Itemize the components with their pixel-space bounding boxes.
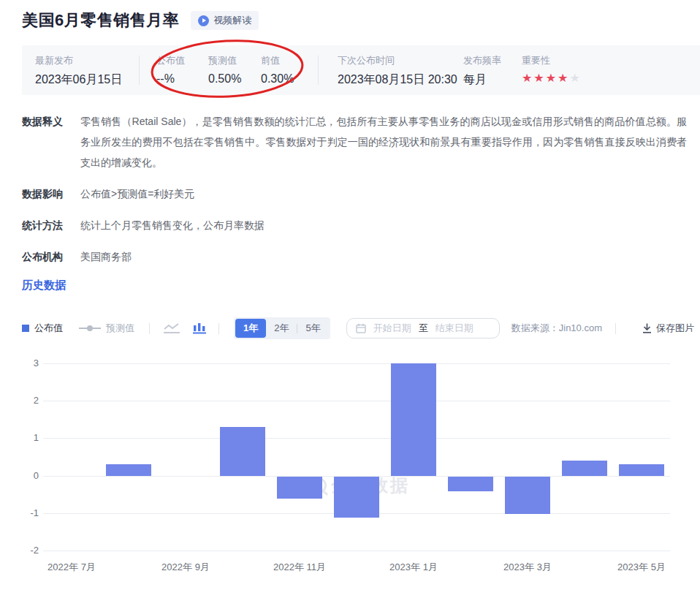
gridline-y-1	[43, 438, 670, 439]
gridline-y-3	[43, 363, 670, 364]
star-filled-icon: ★	[533, 72, 545, 84]
toolbar-divider	[218, 323, 219, 334]
legend-forecast[interactable]: 预测值	[79, 322, 134, 335]
x-axis-tick: 2022年 11月	[273, 561, 326, 574]
stat-label: 重要性	[522, 54, 582, 67]
stat-value: 2023年06月15日	[35, 72, 122, 88]
stat-previous: 前值 0.30%	[261, 54, 294, 86]
star-filled-icon: ★	[546, 72, 558, 84]
bar-2022年 10月[interactable]	[220, 427, 265, 476]
date-separator: 至	[419, 322, 428, 335]
range-button-group: 1年2年5年	[234, 317, 330, 339]
bar-2023年 5月[interactable]	[619, 464, 664, 475]
info-content: 公布值>预测值=利好美元	[80, 184, 687, 204]
y-axis-tick: 0	[15, 470, 39, 481]
line-chart-icon	[163, 322, 180, 334]
stat-published: 公布值 --%	[156, 54, 185, 86]
bar-2022年 11月[interactable]	[277, 477, 322, 499]
legend-forecast-label: 预测值	[106, 322, 134, 335]
bar-2023年 1月[interactable]	[391, 363, 436, 476]
stat-label: 发布频率	[463, 54, 501, 67]
y-axis-tick: -2	[15, 545, 39, 556]
stat-value: 0.50%	[208, 72, 241, 86]
range-button-2年[interactable]: 2年	[266, 319, 297, 338]
info-label: 数据影响	[22, 184, 80, 204]
bar-chart-icon	[192, 322, 207, 334]
y-axis-tick: 1	[15, 432, 39, 443]
page-title: 美国6月零售销售月率	[22, 10, 179, 31]
gridline-y-2	[43, 401, 670, 401]
end-date-placeholder: 结束日期	[435, 322, 473, 335]
page-root: { "colors": { "accent_blue": "#4a77e8", …	[0, 0, 700, 590]
stat-frequency: 发布频率 每月	[463, 54, 501, 88]
video-badge-label: 视频解读	[213, 14, 251, 27]
stat-value: 0.30%	[261, 72, 294, 86]
info-section: 数据释义 零售销售（Retail Sale），是零售销售数额的统计汇总，包括所有…	[22, 111, 687, 278]
plot-area[interactable]: 金十数据	[43, 363, 670, 551]
bar-2022年 12月[interactable]	[334, 477, 379, 518]
gridline-y--2	[43, 551, 670, 551]
x-axis-tick: 2023年 1月	[389, 561, 438, 574]
stat-value: --%	[156, 72, 185, 86]
range-button-5年[interactable]: 5年	[297, 319, 328, 338]
chart-toolbar: 公布值 预测值 1年2年5年 开始日期 至 结束日期 数据来源：Jin10.c	[22, 318, 694, 339]
info-content: 美国商务部	[80, 246, 687, 267]
info-content: 零售销售（Retail Sale），是零售销售数额的统计汇总，包括所有主要从事零…	[80, 111, 687, 173]
stats-divider	[318, 56, 319, 85]
legend-published-label: 公布值	[34, 322, 63, 335]
header: 美国6月零售销售月率 视频解读	[22, 10, 259, 31]
stat-forecast: 预测值 0.50%	[208, 54, 241, 86]
info-label: 公布机构	[22, 246, 80, 267]
calendar-icon	[356, 323, 366, 333]
bar-2023年 3月[interactable]	[505, 477, 550, 514]
stat-label: 公布值	[156, 54, 185, 67]
legend-published-swatch	[22, 325, 29, 332]
star-filled-icon: ★	[522, 72, 533, 84]
y-axis-tick: 3	[15, 358, 39, 368]
star-empty-icon: ★	[569, 72, 581, 84]
save-image-label: 保存图片	[656, 322, 694, 335]
toolbar-divider	[149, 323, 150, 334]
data-source-label: 数据来源：Jin10.com	[511, 322, 602, 335]
x-axis-tick: 2023年 3月	[503, 561, 552, 574]
info-row-definition: 数据释义 零售销售（Retail Sale），是零售销售数额的统计汇总，包括所有…	[22, 111, 687, 173]
toolbar-divider	[615, 323, 616, 334]
play-icon	[198, 15, 209, 26]
stats-bar: 最新发布 2023年06月15日 公布值 --% 预测值 0.50% 前值 0.…	[22, 45, 700, 95]
info-label: 数据释义	[22, 111, 80, 173]
bar-chart: 金十数据 3210-1-22022年 7月2022年 9月2022年 11月20…	[0, 344, 700, 590]
line-chart-toggle[interactable]	[163, 322, 180, 334]
y-axis-tick: -1	[15, 507, 39, 518]
stat-next-release: 下次公布时间 2023年08月15日 20:30	[338, 54, 457, 88]
legend-forecast-swatch	[79, 325, 101, 331]
info-row-method: 统计方法 统计上个月零售销售变化，公布月率数据	[22, 215, 687, 235]
info-row-impact: 数据影响 公布值>预测值=利好美元	[22, 184, 687, 204]
bar-2023年 2月[interactable]	[448, 477, 493, 491]
star-filled-icon: ★	[558, 72, 569, 84]
info-row-agency: 公布机构 美国商务部	[22, 246, 687, 267]
stat-value: 2023年08月15日 20:30	[338, 72, 457, 88]
legend-published[interactable]: 公布值	[22, 322, 63, 335]
stat-label: 最新发布	[35, 54, 122, 67]
video-explain-button[interactable]: 视频解读	[191, 11, 259, 30]
bar-2023年 4月[interactable]	[562, 461, 607, 475]
bar-chart-toggle[interactable]	[192, 322, 207, 334]
stat-label: 下次公布时间	[338, 54, 457, 67]
star-rating: ★★★★★	[522, 72, 582, 84]
save-image-button[interactable]: 保存图片	[642, 322, 694, 335]
info-label: 统计方法	[22, 215, 80, 235]
bar-2022年 8月[interactable]	[106, 464, 151, 475]
date-range-picker[interactable]: 开始日期 至 结束日期	[346, 318, 500, 339]
download-icon	[642, 323, 652, 333]
stat-importance: 重要性 ★★★★★	[522, 54, 582, 84]
info-content: 统计上个月零售销售变化，公布月率数据	[80, 215, 687, 235]
start-date-placeholder: 开始日期	[373, 322, 411, 335]
stat-label: 前值	[261, 54, 294, 67]
x-axis-tick: 2022年 9月	[161, 561, 210, 574]
x-axis-tick: 2023年 5月	[617, 561, 666, 574]
stat-label: 预测值	[208, 54, 241, 67]
stat-value: 每月	[463, 72, 501, 88]
y-axis-tick: 2	[15, 395, 39, 406]
range-button-1年[interactable]: 1年	[235, 319, 266, 338]
stat-latest-release: 最新发布 2023年06月15日	[35, 54, 122, 88]
